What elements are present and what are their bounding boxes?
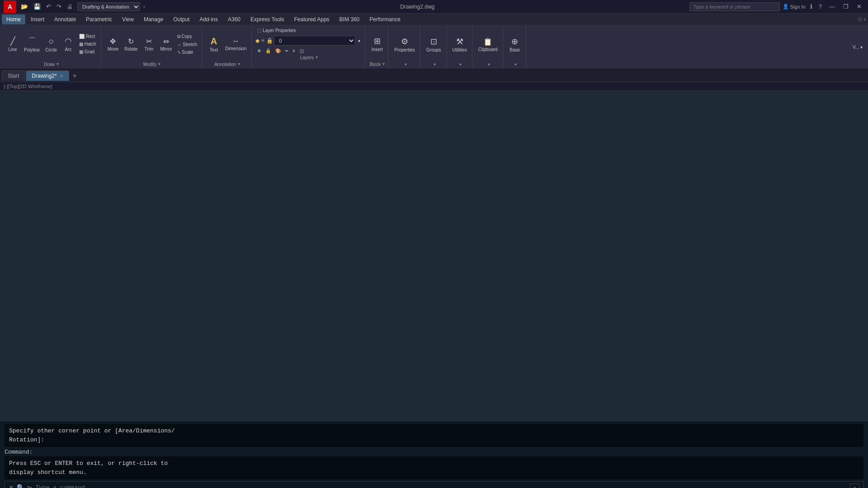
text-button[interactable]: Text	[206, 35, 222, 54]
properties-button[interactable]: Properties	[392, 35, 417, 54]
scale-button[interactable]: ⤡ Scale	[175, 49, 199, 56]
tab-start[interactable]: Start	[2, 70, 25, 81]
modify-tools: Move Rotate ✂ Trim ⇔ Mirror ⧉ Copy ↔ Str…	[105, 27, 199, 61]
info-button[interactable]: ℹ	[808, 2, 814, 11]
command-prompt: Command:	[5, 449, 863, 455]
cmd-expand-button[interactable]: ▲	[850, 483, 859, 488]
minimize-button[interactable]: —	[826, 2, 838, 11]
layer-extra-btn[interactable]: ▾	[356, 38, 362, 44]
ribbon-view-btn[interactable]: V... ▾	[851, 44, 864, 51]
menu-insert[interactable]: Insert	[26, 14, 49, 24]
utilities-expand-icon[interactable]: ▾	[459, 62, 462, 67]
hatch-button[interactable]: ▩ Hatch	[77, 41, 98, 47]
command-input-line: ✕ 🔍 ⊳ ▲	[5, 481, 863, 488]
canvas-wrapper[interactable]: N S E W TOP WCS — ❐ ✕ Y	[0, 91, 868, 421]
rotate-label: Rotate	[124, 47, 137, 52]
mirror-button[interactable]: ⇔ Mirror	[158, 36, 174, 53]
cmd-prompt-btn[interactable]: ⊳	[27, 484, 33, 488]
search-input[interactable]	[689, 2, 780, 11]
layer-lineweight-button[interactable]: ≡	[291, 47, 297, 54]
modify-expand-icon[interactable]: ▾	[158, 61, 160, 66]
menu-annotate[interactable]: Annotate	[50, 14, 80, 24]
base-icon	[511, 37, 518, 47]
groups-expand-icon[interactable]: ▾	[434, 62, 436, 67]
print-button[interactable]: 🖨	[65, 2, 75, 11]
restore-button[interactable]: ❐	[840, 2, 851, 11]
layer-properties-button[interactable]: ⬚ Layer Properties	[255, 27, 297, 34]
insert-button[interactable]: Insert	[369, 35, 385, 53]
layer-color-indicator: ◆	[255, 38, 259, 44]
help-button[interactable]: ?	[817, 2, 824, 11]
menu-addins[interactable]: Add-ins	[195, 14, 222, 24]
trim-button[interactable]: ✂ Trim	[141, 36, 157, 53]
menu-a360[interactable]: A360	[223, 14, 245, 24]
utilities-label: Utilities	[453, 47, 467, 52]
base-expand-icon[interactable]: ▾	[514, 62, 517, 67]
menu-performance[interactable]: Performance	[365, 14, 405, 24]
cmd-clear-button[interactable]: ✕	[9, 484, 14, 488]
properties-expand-icon[interactable]: ▾	[405, 62, 407, 67]
tab-start-label: Start	[8, 73, 19, 79]
sign-in-button[interactable]: 👤 Sign In	[783, 4, 806, 9]
menu-bim360[interactable]: BIM 360	[335, 14, 364, 24]
text-label: Text	[210, 47, 218, 52]
gradient-button[interactable]: ▦ Grad	[77, 48, 98, 55]
arc-label: Arc	[65, 47, 72, 52]
dimension-button[interactable]: Dimension	[223, 36, 249, 52]
layer-lock-button[interactable]: 🔒	[264, 47, 273, 54]
menu-output[interactable]: Output	[169, 14, 194, 24]
move-label: Move	[108, 47, 118, 52]
properties-icon	[401, 37, 408, 47]
dimension-icon	[232, 37, 240, 45]
clipboard-expand-icon[interactable]: ▾	[488, 62, 490, 67]
layer-selector[interactable]: 0	[274, 36, 355, 46]
clipboard-button[interactable]: Clipboard	[476, 36, 500, 53]
menu-view[interactable]: View	[118, 14, 138, 24]
base-tools: Base	[507, 27, 523, 62]
menu-express[interactable]: Express Tools	[246, 14, 288, 24]
cmd-hint-line2: display shortcut menu.	[9, 468, 859, 477]
layers-expand-icon[interactable]: ▾	[316, 55, 318, 60]
arc-button[interactable]: Arc	[60, 35, 76, 53]
polyline-label: Polyline	[24, 47, 40, 52]
tab-drawing2[interactable]: Drawing2* ✕	[26, 70, 69, 81]
save-button[interactable]: 💾	[32, 2, 42, 11]
draw-expand-icon[interactable]: ▾	[57, 61, 59, 66]
command-text-input[interactable]	[35, 484, 847, 488]
layer-color-button[interactable]: 🎨	[274, 47, 283, 54]
ribbon-group-block: Insert Block ▾	[366, 26, 388, 68]
layer-linetype-button[interactable]: ━	[283, 47, 290, 54]
layer-freeze-button[interactable]: ❄	[255, 47, 263, 54]
line-button[interactable]: Line	[5, 35, 21, 53]
redo-button[interactable]: ↷	[55, 2, 63, 11]
groups-button[interactable]: Groups	[424, 35, 443, 54]
new-tab-button[interactable]: +	[70, 71, 80, 81]
move-button[interactable]: Move	[105, 36, 121, 53]
block-expand-icon[interactable]: ▾	[382, 61, 385, 66]
undo-button[interactable]: ↶	[44, 2, 53, 11]
menu-featured[interactable]: Featured Apps	[290, 14, 334, 24]
circle-button[interactable]: Circle	[43, 35, 59, 54]
line-icon	[10, 36, 15, 46]
main-layout: N S E W TOP WCS — ❐ ✕ Y	[0, 91, 868, 488]
polyline-button[interactable]: Polyline	[22, 34, 42, 54]
utilities-button[interactable]: Utilities	[450, 35, 469, 54]
copy-button[interactable]: ⧉ Copy	[175, 33, 199, 40]
annotation-expand-icon[interactable]: ▾	[238, 61, 240, 66]
workspace-selector[interactable]: Drafting & Annotation	[77, 2, 140, 11]
menu-home[interactable]: Home	[2, 14, 25, 24]
rectangle-button[interactable]: ⬜ Rect	[77, 33, 98, 40]
layer-transparency-button[interactable]: ◫	[298, 47, 306, 54]
open-button[interactable]: 📂	[19, 2, 30, 11]
menu-manage[interactable]: Manage	[139, 14, 168, 24]
trim-icon: ✂	[146, 37, 152, 46]
tab-close-icon[interactable]: ✕	[60, 74, 63, 79]
layer-lock-icon: 🔒	[266, 38, 273, 44]
stretch-button[interactable]: ↔ Stretch	[175, 41, 199, 48]
file-title: Drawing2.dwg	[148, 4, 687, 10]
rotate-button[interactable]: Rotate	[122, 36, 140, 53]
menu-parametric[interactable]: Parametric	[81, 14, 117, 24]
base-button[interactable]: Base	[507, 35, 523, 54]
cmd-search-button[interactable]: 🔍	[17, 484, 24, 488]
close-button[interactable]: ✕	[854, 2, 864, 11]
